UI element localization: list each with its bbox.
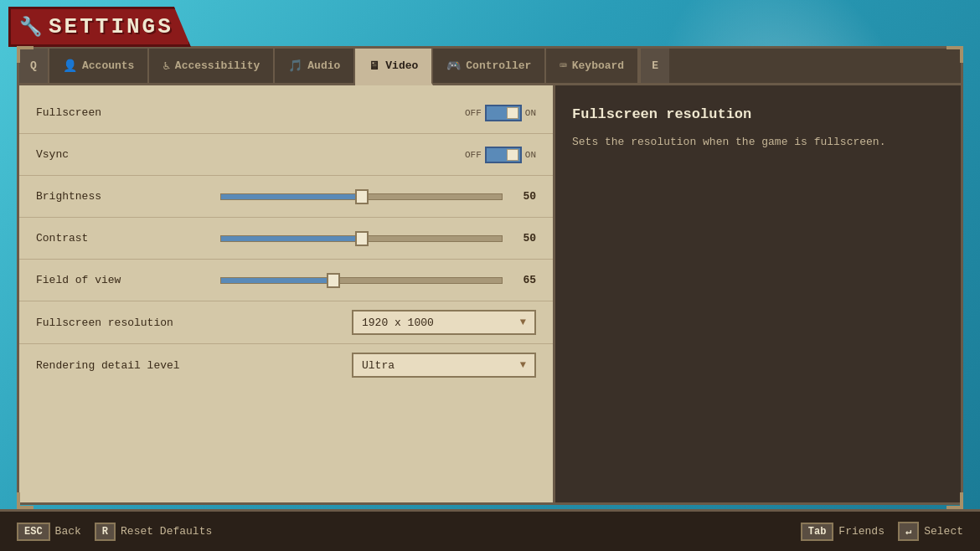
brightness-slider-fill (221, 194, 362, 199)
fov-value: 65 (513, 274, 536, 286)
left-panel: Fullscreen OFF ON Vsync OFF ON (19, 85, 555, 502)
back-label: Back (55, 525, 81, 538)
fov-slider-track[interactable] (220, 277, 503, 284)
bottom-right-buttons: Tab Friends ↵ Select (801, 522, 963, 541)
fullscreen-toggle[interactable] (485, 105, 522, 121)
fullscreen-off-label: OFF (465, 108, 482, 118)
accounts-icon: 👤 (63, 59, 77, 73)
brightness-label: Brightness (36, 190, 220, 203)
title-banner: 🔧 SETTINGS (8, 7, 191, 47)
brightness-slider-container: 50 (220, 190, 536, 203)
vsync-off-label: OFF (465, 150, 482, 160)
select-label: Select (924, 525, 963, 538)
contrast-slider-fill (221, 236, 362, 241)
friends-button[interactable]: Tab Friends (801, 523, 885, 541)
bottom-left-buttons: ESC Back R Reset Defaults (17, 523, 212, 541)
fullscreen-label: Fullscreen (36, 106, 220, 119)
reset-button[interactable]: R Reset Defaults (95, 523, 212, 541)
vsync-toggle[interactable] (485, 147, 522, 163)
settings-icon: 🔧 (19, 16, 42, 39)
vsync-toggle-container: OFF ON (465, 147, 536, 163)
tab-nav-right[interactable]: E (639, 49, 669, 83)
brightness-row: Brightness 50 (19, 176, 553, 218)
brightness-slider-thumb[interactable] (355, 189, 369, 204)
tabs-row: Q 👤 Accounts ♿ Accessibility 🎵 Audio 🖥 V… (19, 49, 961, 85)
content-area: Fullscreen OFF ON Vsync OFF ON (19, 85, 961, 502)
fov-slider-fill (221, 278, 333, 283)
contrast-slider-track[interactable] (220, 235, 503, 242)
fov-slider-container: 65 (220, 274, 536, 286)
controller-icon: 🎮 (446, 59, 461, 73)
tab-accessibility[interactable]: ♿ Accessibility (149, 49, 275, 83)
tab-controller[interactable]: 🎮 Controller (433, 49, 546, 83)
friends-key: Tab (801, 523, 834, 541)
reset-label: Reset Defaults (121, 525, 212, 538)
right-panel: Fullscreen resolution Sets the resolutio… (555, 85, 961, 502)
contrast-slider-thumb[interactable] (355, 231, 369, 246)
resolution-row: Fullscreen resolution 1920 x 1000 ▼ (19, 301, 553, 344)
brightness-value: 50 (513, 190, 536, 203)
fov-row: Field of view 65 (19, 260, 553, 301)
select-key: ↵ (898, 522, 919, 541)
rendering-dropdown-arrow: ▼ (520, 359, 526, 371)
corner-decoration-tr (946, 46, 963, 63)
bottom-bar: ESC Back R Reset Defaults Tab Friends ↵ … (0, 509, 980, 551)
rendering-row: Rendering detail level Ultra ▼ (19, 344, 553, 386)
vsync-row: Vsync OFF ON (19, 134, 553, 176)
resolution-dropdown[interactable]: 1920 x 1000 ▼ (352, 310, 536, 335)
rendering-label: Rendering detail level (36, 359, 220, 372)
brightness-slider-track[interactable] (220, 193, 503, 200)
video-icon: 🖥 (369, 59, 380, 73)
contrast-row: Contrast 50 (19, 218, 553, 260)
back-key: ESC (17, 523, 50, 541)
tab-audio[interactable]: 🎵 Audio (275, 49, 355, 83)
info-description: Sets the resolution when the game is ful… (572, 134, 944, 151)
resolution-dropdown-value: 1920 x 1000 (362, 317, 434, 329)
tab-keyboard[interactable]: ⌨ Keyboard (546, 49, 639, 83)
tab-accounts[interactable]: 👤 Accounts (49, 49, 149, 83)
vsync-on-label: ON (525, 150, 536, 160)
fullscreen-on-label: ON (525, 108, 536, 118)
fullscreen-row: Fullscreen OFF ON (19, 92, 553, 134)
corner-decoration-br (946, 492, 963, 509)
keyboard-icon: ⌨ (560, 59, 566, 73)
contrast-value: 50 (513, 232, 536, 245)
rendering-dropdown-value: Ultra (362, 359, 395, 372)
resolution-dropdown-arrow: ▼ (520, 317, 526, 328)
vsync-toggle-knob (507, 149, 518, 161)
resolution-label: Fullscreen resolution (36, 317, 220, 329)
accessibility-icon: ♿ (162, 59, 169, 73)
contrast-slider-container: 50 (220, 232, 536, 245)
fullscreen-toggle-knob (507, 107, 518, 119)
tab-video[interactable]: 🖥 Video (355, 49, 433, 85)
fullscreen-toggle-container: OFF ON (465, 105, 536, 121)
friends-label: Friends (838, 525, 885, 538)
fov-label: Field of view (36, 274, 220, 286)
corner-decoration-tl (17, 46, 34, 63)
corner-decoration-bl (17, 492, 34, 509)
audio-icon: 🎵 (288, 59, 302, 73)
info-title: Fullscreen resolution (572, 106, 944, 122)
vsync-label: Vsync (36, 148, 220, 161)
fov-slider-thumb[interactable] (327, 273, 340, 288)
contrast-label: Contrast (36, 232, 220, 245)
page-title: SETTINGS (49, 14, 173, 39)
title-bg: 🔧 SETTINGS (8, 7, 191, 47)
main-container: Q 👤 Accounts ♿ Accessibility 🎵 Audio 🖥 V… (17, 46, 963, 505)
back-button[interactable]: ESC Back (17, 523, 81, 541)
select-button[interactable]: ↵ Select (898, 522, 963, 541)
reset-key: R (95, 523, 116, 541)
rendering-dropdown[interactable]: Ultra ▼ (352, 353, 536, 378)
